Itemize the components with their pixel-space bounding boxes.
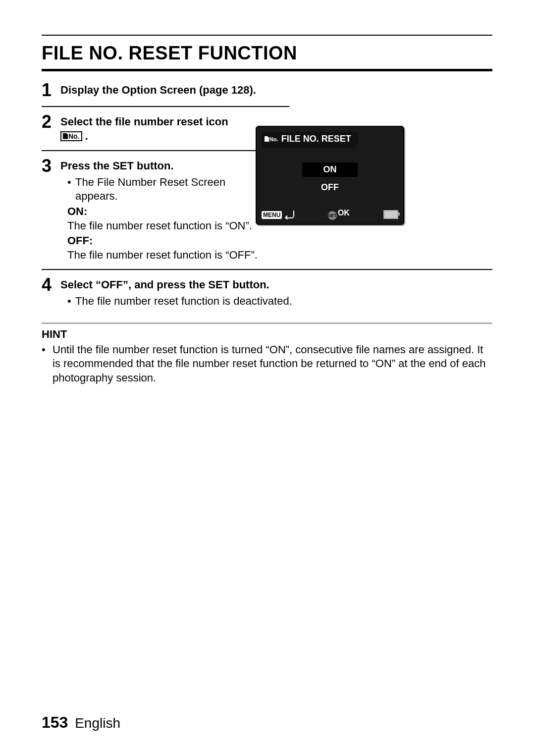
lcd-icon-text: No. (269, 136, 278, 142)
step-divider (42, 106, 289, 107)
ok-label: OK (338, 209, 350, 217)
lcd-title-tab: No. FILE NO. RESET (262, 132, 358, 148)
lcd-menu-back: MENU (262, 210, 294, 219)
rule-under-title (42, 69, 492, 71)
def-label-off: OFF: (60, 234, 268, 248)
step-divider (42, 269, 492, 270)
lcd-ok: SETOK (328, 209, 350, 220)
step-heading: Select “OFF”, and press the SET button. (60, 278, 492, 292)
lcd-footer: MENU SETOK (257, 209, 403, 220)
step-heading-pre: Select the file number reset icon (60, 115, 228, 128)
bullet-text: The file number reset function is deacti… (75, 294, 492, 309)
rule-top (42, 35, 492, 36)
step-divider (42, 150, 289, 151)
battery-icon (383, 210, 398, 219)
hint-divider (42, 323, 492, 324)
hint-bullet: • Until the file number reset function i… (42, 343, 492, 385)
set-icon: SET (328, 211, 337, 220)
return-arrow-icon (285, 211, 294, 218)
page-language: English (75, 715, 120, 731)
def-label-on: ON: (60, 205, 268, 219)
step-number: 2 (42, 112, 60, 131)
step-number: 1 (42, 80, 60, 99)
step-bullet: • The File Number Reset Screen appears. (60, 175, 268, 204)
bullet-dot: • (42, 343, 53, 385)
step-bullet: • The file number reset function is deac… (60, 294, 492, 309)
step-number: 3 (42, 156, 60, 175)
lcd-screen: No. FILE NO. RESET ON OFF MENU SETOK (256, 126, 404, 225)
step-heading: Display the Option Screen (page 128). (60, 84, 256, 96)
lcd-option-on: ON (302, 162, 358, 177)
file-no-icon: No. (60, 131, 82, 141)
bullet-dot: • (67, 294, 75, 309)
def-text-on: The file number reset function is “ON”. (60, 219, 268, 233)
bullet-text: The File Number Reset Screen appears. (75, 175, 268, 204)
page-title: FILE NO. RESET FUNCTION (42, 43, 492, 64)
page-number: 153 (42, 713, 68, 731)
hint-text: Until the file number reset function is … (53, 343, 492, 385)
hint-title: HINT (42, 328, 492, 341)
step-number: 4 (42, 275, 60, 294)
step-1: 1 Display the Option Screen (page 128). (42, 80, 492, 99)
file-no-icon: No. (265, 136, 278, 142)
menu-badge: MENU (262, 211, 282, 219)
step-4: 4 Select “OFF”, and press the SET button… (42, 275, 492, 308)
bullet-dot: • (67, 175, 75, 204)
step-heading-post: . (85, 130, 88, 142)
lcd-title: FILE NO. RESET (281, 134, 351, 144)
step-heading: Press the SET button. (60, 159, 268, 173)
page-footer: 153 English (42, 713, 120, 732)
lcd-option-off: OFF (302, 182, 358, 193)
file-no-icon-text: No. (68, 132, 80, 140)
def-text-off: The file number reset function is “OFF”. (60, 248, 268, 263)
